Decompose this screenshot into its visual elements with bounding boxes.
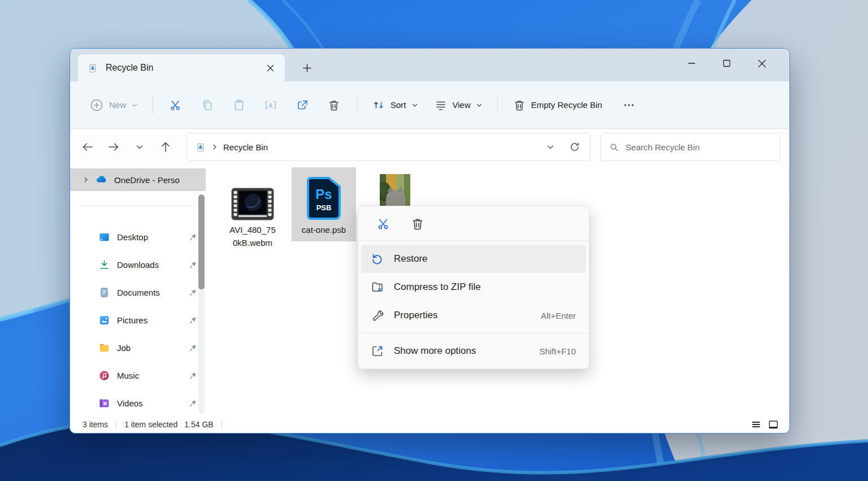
file-tile-webm[interactable]: AVI_480_750kB.webm — [220, 167, 285, 250]
file-label: AVI_480_750kB.webm — [228, 223, 277, 250]
refresh-icon — [569, 141, 580, 153]
empty-recycle-bin-button[interactable]: Empty Recycle Bin — [506, 93, 609, 117]
tab-bar: Recycle Bin — [70, 49, 789, 81]
restore-icon — [371, 252, 384, 266]
more-options-button[interactable] — [615, 94, 643, 116]
share-button[interactable] — [288, 93, 317, 117]
new-button[interactable]: New — [83, 93, 145, 118]
search-box[interactable] — [601, 133, 780, 161]
chevron-down-icon — [476, 102, 483, 109]
menu-item-compress[interactable]: Compress to ZIP file — [361, 273, 586, 301]
pictures-icon — [98, 314, 110, 326]
sort-label: Sort — [390, 100, 406, 110]
sidebar-item-downloads[interactable]: Downloads — [98, 251, 198, 279]
delete-button[interactable] — [405, 212, 431, 236]
refresh-button[interactable] — [565, 136, 584, 158]
minimize-icon — [688, 59, 696, 67]
scrollbar-thumb[interactable] — [198, 194, 205, 289]
onedrive-icon — [95, 173, 108, 187]
breadcrumb-label[interactable]: Recycle Bin — [223, 142, 268, 152]
status-bar: 3 items 1 item selected 1.54 GB — [70, 416, 789, 433]
thumbnail-view-icon — [768, 419, 779, 430]
rename-icon — [264, 98, 277, 112]
back-button[interactable] — [76, 136, 99, 158]
sidebar-item-pictures[interactable]: Pictures — [98, 306, 198, 334]
music-icon — [98, 370, 110, 382]
rename-button[interactable] — [256, 93, 285, 117]
search-icon — [609, 142, 619, 153]
chevron-down-icon — [135, 142, 144, 151]
address-dropdown-button[interactable] — [541, 136, 560, 158]
file-tile-psb[interactable]: PsPSB cat-one.psb — [292, 167, 356, 241]
trash-icon — [513, 98, 526, 112]
pin-icon — [188, 232, 198, 242]
cut-button[interactable] — [161, 93, 190, 117]
pin-icon — [188, 260, 198, 270]
file-grid: AVI_480_750kB.webm PsPSB cat-one.psb — [206, 165, 789, 416]
sidebar-item-label: Music — [117, 371, 181, 380]
view-button[interactable]: View — [427, 93, 489, 117]
file-label: cat-one.psb — [299, 223, 349, 236]
desktop-icon — [98, 231, 110, 243]
thumbnail-view-button[interactable] — [765, 418, 782, 431]
sidebar-item-label: Desktop — [117, 232, 181, 242]
forward-button[interactable] — [102, 136, 125, 158]
sidebar-item-videos[interactable]: Videos — [98, 389, 198, 417]
close-window-button[interactable] — [744, 52, 779, 75]
sidebar-item-documents[interactable]: Documents — [98, 279, 198, 306]
maximize-button[interactable] — [709, 52, 744, 75]
sidebar-scrollbar[interactable] — [198, 194, 205, 414]
sort-button[interactable]: Sort — [365, 93, 425, 117]
sidebar-item-music[interactable]: Music — [98, 362, 198, 389]
folder-icon — [98, 342, 110, 354]
copy-button[interactable] — [193, 93, 222, 117]
search-input[interactable] — [626, 142, 772, 152]
downloads-icon — [98, 259, 110, 271]
new-label: New — [109, 100, 126, 110]
selection-count: 1 item selected — [124, 420, 181, 429]
sidebar-item-desktop[interactable]: Desktop — [98, 223, 198, 251]
zip-icon — [371, 280, 384, 294]
sort-icon — [372, 98, 385, 112]
context-menu: Restore Compress to ZIP file Properties … — [358, 206, 589, 369]
up-arrow-icon — [159, 140, 172, 154]
tab-recycle-bin[interactable]: Recycle Bin — [78, 54, 285, 81]
sidebar-item-job[interactable]: Job — [98, 334, 198, 362]
new-tab-button[interactable] — [297, 58, 316, 77]
pin-icon — [188, 343, 198, 353]
sidebar-item-label: Videos — [117, 398, 181, 408]
scissors-icon — [169, 98, 183, 112]
documents-icon — [98, 287, 110, 298]
recent-locations-button[interactable] — [128, 136, 151, 158]
menu-item-properties[interactable]: Properties Alt+Enter — [361, 301, 586, 330]
context-menu-quick-actions — [358, 206, 589, 241]
up-button[interactable] — [154, 136, 177, 158]
menu-item-restore[interactable]: Restore — [361, 245, 586, 273]
chevron-down-icon — [131, 102, 138, 109]
address-bar[interactable]: Recycle Bin — [186, 133, 591, 161]
scissors-icon — [376, 216, 391, 231]
plus-icon — [303, 64, 311, 72]
back-arrow-icon — [81, 140, 94, 154]
paste-button[interactable] — [224, 93, 254, 117]
tab-title: Recycle Bin — [106, 63, 255, 73]
sidebar-item-label: Downloads — [117, 260, 181, 270]
expand-chevron-icon[interactable] — [83, 176, 89, 183]
pin-icon — [188, 288, 198, 297]
menu-item-show-more[interactable]: Show more options Shift+F10 — [361, 337, 586, 365]
breadcrumb-chevron-icon — [211, 144, 218, 150]
svg-text:PSB: PSB — [316, 203, 332, 212]
tab-close-button[interactable] — [262, 60, 278, 76]
sidebar-item-onedrive[interactable]: OneDrive - Perso — [70, 168, 206, 191]
image-thumbnail — [380, 174, 410, 207]
minimize-button[interactable] — [674, 52, 709, 75]
view-label: View — [453, 100, 471, 110]
trash-icon — [410, 216, 425, 231]
copy-icon — [201, 98, 214, 112]
cut-button[interactable] — [371, 212, 397, 236]
svg-text:Ps: Ps — [315, 187, 332, 202]
toolbar-divider — [497, 96, 498, 114]
sidebar-item-label: Documents — [117, 288, 181, 297]
list-view-button[interactable] — [748, 418, 765, 431]
delete-button[interactable] — [319, 93, 349, 117]
